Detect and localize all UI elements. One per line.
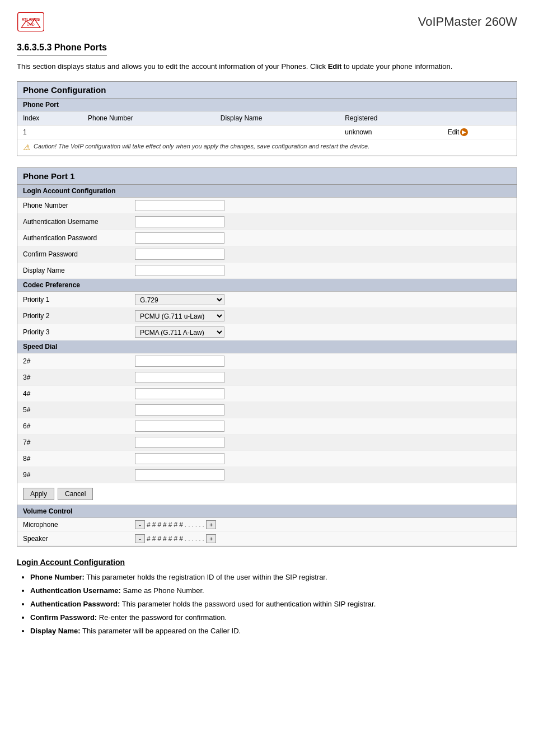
speed-dial-3-input[interactable] [135, 372, 224, 383]
cell-registered: unknown [339, 125, 442, 139]
spk-hash-1: # [147, 535, 151, 543]
mic-hash-3: # [157, 521, 161, 529]
speed-dial-5-input[interactable] [135, 404, 224, 416]
logo: ATLANTIS LAND [17, 11, 47, 32]
mic-dot-4: . [195, 521, 197, 529]
priority3-select[interactable]: PCMA (G.711 A-Law) G.729 PCMU (G.711 u-L… [135, 326, 224, 338]
speed-dial-8: 8# [17, 451, 517, 467]
list-item-display-name: Display Name: This parameter will be app… [30, 625, 517, 637]
confirm-password-input[interactable] [135, 249, 224, 260]
microphone-plus-button[interactable]: + [206, 520, 216, 529]
caution-message: Caution! The VoIP configuration will tak… [34, 143, 369, 150]
display-name-input[interactable] [135, 265, 224, 276]
list-item-auth-password: Authentication Password: This parameter … [30, 598, 517, 610]
spk-dot-2: . [188, 535, 190, 543]
speaker-plus-button[interactable]: + [206, 534, 216, 543]
page-description: This section displays status and allows … [17, 61, 517, 72]
cell-display-name [215, 125, 340, 139]
col-display-name: Display Name [215, 111, 340, 125]
cell-edit[interactable]: Edit▶ [442, 125, 517, 139]
edit-arrow-icon: ▶ [460, 128, 468, 136]
spk-hash-5: # [168, 535, 172, 543]
microphone-minus-button[interactable]: - [135, 520, 145, 529]
priority2-row: Priority 2 PCMU (G.711 u-Law) G.729 PCMA… [17, 308, 517, 324]
caution-cell: ⚠ Caution! The VoIP configuration will t… [17, 139, 517, 155]
doc-title: Login Account Configuration [17, 558, 517, 567]
phone-port-section: Phone Port 1 Login Account Configuration… [17, 167, 517, 547]
spk-hash-2: # [152, 535, 156, 543]
priority3-row: Priority 3 PCMA (G.711 A-Law) G.729 PCMU… [17, 324, 517, 340]
speaker-minus-button[interactable]: - [135, 534, 145, 543]
caution-row: ⚠ Caution! The VoIP configuration will t… [17, 139, 517, 155]
cell-index: 1 [17, 125, 82, 139]
caution-text: ⚠ Caution! The VoIP configuration will t… [23, 143, 511, 152]
priority1-select[interactable]: G.729 PCMU (G.711 u-Law) PCMA (G.711 A-L… [135, 294, 224, 305]
speed-dial-3-label: 3# [23, 374, 135, 381]
phone-config-section: Phone Configuration Phone Port Index Pho… [17, 81, 517, 156]
spk-hash-7: # [179, 535, 183, 543]
speed-dial-4: 4# [17, 386, 517, 402]
mic-dot-5: . [199, 521, 200, 529]
microphone-row: Microphone - # # # # # # # . . . . . . + [17, 518, 517, 532]
priority2-select[interactable]: PCMU (G.711 u-Law) G.729 PCMA (G.711 A-L… [135, 310, 224, 321]
mic-hash-1: # [147, 521, 151, 529]
login-section-header: Login Account Configuration [17, 185, 517, 198]
mic-hash-2: # [152, 521, 156, 529]
speed-dial-7-label: 7# [23, 438, 135, 446]
speed-dial-9-input[interactable] [135, 469, 224, 480]
speed-dial-8-input[interactable] [135, 453, 224, 464]
auth-username-input[interactable] [135, 216, 224, 227]
priority3-label: Priority 3 [23, 328, 135, 336]
doc-auth-password-text: This parameter holds the password used f… [122, 600, 376, 608]
speaker-label: Speaker [23, 535, 135, 543]
speed-dial-3: 3# [17, 370, 517, 386]
auth-password-row: Authentication Password [17, 230, 517, 246]
speed-dial-4-input[interactable] [135, 388, 224, 399]
speed-dial-6-input[interactable] [135, 421, 224, 432]
speed-dial-2-input[interactable] [135, 356, 224, 367]
spk-dot-6: . [203, 535, 204, 543]
doc-phone-number-text: This parameter holds the registration ID… [86, 573, 327, 581]
edit-link[interactable]: Edit▶ [448, 128, 511, 136]
microphone-label: Microphone [23, 521, 135, 529]
product-title: VoIPMaster 260W [418, 15, 517, 29]
priority1-row: Priority 1 G.729 PCMU (G.711 u-Law) PCMA… [17, 292, 517, 308]
mic-hash-4: # [163, 521, 167, 529]
col-phone-number: Phone Number [82, 111, 215, 125]
phone-number-row: Phone Number [17, 198, 517, 214]
display-name-row: Display Name [17, 263, 517, 279]
mic-dot-6: . [203, 521, 204, 529]
phone-number-input[interactable] [135, 200, 224, 211]
auth-password-input[interactable] [135, 232, 224, 244]
buttons-row: Apply Cancel [17, 483, 517, 505]
speed-dial-5-label: 5# [23, 406, 135, 414]
speed-dial-2: 2# [17, 353, 517, 370]
speed-dial-9-label: 9# [23, 471, 135, 479]
speed-dial-6-label: 6# [23, 422, 135, 430]
volume-section-header: Volume Control [17, 505, 517, 518]
display-name-label: Display Name [23, 267, 135, 274]
spk-dot-5: . [199, 535, 200, 543]
confirm-password-label: Confirm Password [23, 250, 135, 258]
list-item-auth-username: Authentication Username: Same as Phone N… [30, 585, 517, 597]
cell-phone-number [82, 125, 215, 139]
spk-hash-4: # [163, 535, 167, 543]
speed-dial-7: 7# [17, 435, 517, 451]
doc-display-name-bold: Display Name: [30, 627, 81, 635]
auth-username-label: Authentication Username [23, 218, 135, 226]
auth-username-row: Authentication Username [17, 214, 517, 230]
cancel-button[interactable]: Cancel [58, 488, 93, 500]
list-item-confirm-password: Confirm Password: Re-enter the password … [30, 612, 517, 624]
phone-port-subheader: Phone Port [17, 99, 517, 111]
page-heading: 3.6.3.5.3 Phone Ports [17, 43, 107, 55]
svg-rect-0 [18, 12, 44, 31]
port-title: Phone Port 1 [17, 168, 517, 185]
speed-dial-6: 6# [17, 418, 517, 435]
mic-dot-1: . [185, 521, 186, 529]
apply-button[interactable]: Apply [23, 488, 54, 500]
speed-dial-7-input[interactable] [135, 437, 224, 448]
spk-dot-4: . [195, 535, 197, 543]
mic-dot-2: . [188, 521, 190, 529]
priority2-label: Priority 2 [23, 312, 135, 320]
mic-hash-5: # [168, 521, 172, 529]
